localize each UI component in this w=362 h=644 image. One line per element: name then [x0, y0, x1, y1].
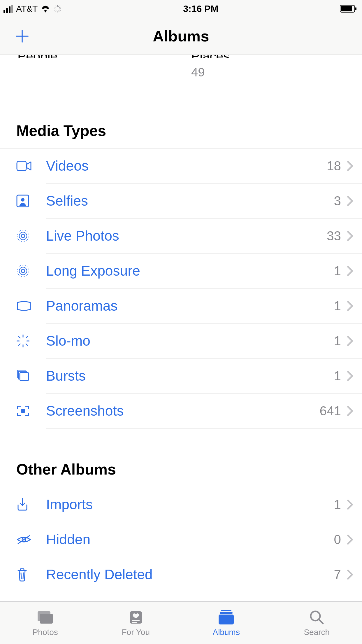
selfies-row[interactable]: Selfies 3 — [0, 183, 362, 218]
search-tab-icon — [309, 609, 325, 626]
long-exposure-row[interactable]: Long Exposure 1 — [0, 253, 362, 288]
svg-rect-0 — [57, 5, 58, 7]
recently-deleted-label: Recently Deleted — [46, 566, 334, 582]
svg-point-21 — [21, 269, 25, 273]
svg-rect-1 — [58, 5, 60, 7]
other-albums-header: Other Albums — [0, 461, 362, 487]
recently-deleted-count: 7 — [334, 567, 341, 582]
tab-photos-label: Photos — [33, 628, 58, 637]
panoramas-row[interactable]: Panoramas 1 — [0, 288, 362, 323]
screenshots-label: Screenshots — [46, 403, 320, 419]
svg-rect-43 — [221, 610, 231, 611]
svg-line-30 — [26, 337, 27, 338]
svg-point-18 — [21, 234, 25, 238]
tab-search[interactable]: Search — [272, 602, 362, 644]
live-photos-label: Live Photos — [46, 228, 327, 244]
chevron-right-icon — [347, 569, 353, 580]
live-photos-row[interactable]: Live Photos 33 — [0, 218, 362, 253]
selfies-count: 3 — [334, 194, 341, 208]
chevron-right-icon — [347, 266, 353, 276]
panoramas-label: Panoramas — [46, 298, 334, 314]
svg-line-29 — [26, 344, 27, 345]
svg-line-37 — [23, 573, 23, 579]
videos-count: 18 — [327, 159, 341, 173]
people-label: People — [17, 55, 188, 58]
chevron-right-icon — [347, 534, 353, 545]
places-album-tile[interactable]: Places 49 — [188, 55, 362, 90]
tab-for-you-label: For You — [122, 628, 150, 637]
slomo-row[interactable]: Slo-mo 1 — [0, 323, 362, 358]
albums-content[interactable]: People Places 49 Media Types Videos 18 S… — [0, 55, 362, 601]
svg-line-36 — [21, 573, 21, 579]
tab-albums[interactable]: Albums — [181, 602, 272, 644]
nav-title: Albums — [153, 27, 209, 45]
slomo-label: Slo-mo — [46, 333, 334, 349]
status-bar: AT&T 3:16 PM — [0, 0, 362, 18]
svg-rect-32 — [20, 372, 29, 381]
long-exposure-count: 1 — [334, 264, 341, 278]
screenshots-row[interactable]: Screenshots 641 — [0, 393, 362, 428]
status-time: 3:16 PM — [183, 4, 218, 14]
svg-point-17 — [21, 198, 24, 202]
chevron-right-icon — [347, 196, 353, 206]
svg-line-35 — [18, 536, 30, 544]
svg-rect-14 — [355, 7, 356, 10]
imports-count: 1 — [334, 497, 341, 512]
svg-rect-7 — [55, 10, 57, 12]
places-label: Places — [191, 55, 362, 58]
svg-rect-13 — [341, 6, 352, 11]
svg-rect-9 — [54, 8, 56, 9]
svg-point-19 — [19, 232, 27, 240]
add-album-button[interactable] — [13, 27, 31, 45]
hidden-count: 0 — [334, 532, 341, 547]
tab-photos[interactable]: Photos — [0, 602, 91, 644]
screenshot-icon — [16, 405, 36, 417]
people-album-tile[interactable]: People — [17, 55, 188, 90]
hidden-icon — [16, 534, 36, 545]
chevron-right-icon — [347, 406, 353, 416]
chevron-right-icon — [347, 231, 353, 241]
long-exposure-icon — [16, 264, 36, 278]
svg-rect-4 — [59, 9, 61, 11]
chevron-right-icon — [347, 371, 353, 381]
imports-label: Imports — [46, 496, 334, 512]
chevron-right-icon — [347, 161, 353, 171]
partial-grid-row: People Places 49 — [0, 55, 362, 90]
svg-rect-5 — [58, 10, 60, 12]
videos-label: Videos — [46, 158, 327, 174]
status-left: AT&T — [3, 4, 61, 14]
media-types-section: Media Types Videos 18 Selfies 3 — [0, 122, 362, 428]
trash-icon — [16, 568, 36, 582]
slomo-icon — [16, 334, 36, 348]
chevron-right-icon — [347, 336, 353, 346]
activity-spinner-icon — [53, 5, 61, 13]
bursts-label: Bursts — [46, 368, 334, 384]
recently-deleted-row[interactable]: Recently Deleted 7 — [0, 557, 362, 592]
hidden-row[interactable]: Hidden 0 — [0, 522, 362, 557]
imports-row[interactable]: Imports 1 — [0, 487, 362, 522]
selfies-label: Selfies — [46, 193, 334, 209]
status-right — [340, 5, 357, 13]
carrier-label: AT&T — [16, 4, 38, 14]
foryou-tab-icon — [128, 609, 144, 626]
videos-row[interactable]: Videos 18 — [0, 148, 362, 183]
places-count: 49 — [191, 65, 362, 79]
wifi-icon — [41, 5, 50, 13]
tab-bar: Photos For You Albums Search — [0, 601, 362, 644]
svg-rect-10 — [54, 7, 56, 8]
video-icon — [16, 161, 36, 171]
cellular-signal-icon — [3, 5, 13, 13]
svg-rect-45 — [219, 615, 234, 624]
bursts-row[interactable]: Bursts 1 — [0, 358, 362, 393]
tab-for-you[interactable]: For You — [91, 602, 181, 644]
svg-line-47 — [319, 620, 323, 624]
svg-rect-41 — [132, 620, 140, 621]
selfie-icon — [16, 195, 36, 207]
panoramas-count: 1 — [334, 299, 341, 313]
svg-point-22 — [19, 267, 27, 275]
svg-rect-39 — [40, 614, 53, 624]
chevron-right-icon — [347, 499, 353, 510]
panorama-icon — [16, 301, 36, 311]
slomo-count: 1 — [334, 334, 341, 348]
svg-rect-6 — [57, 11, 58, 13]
